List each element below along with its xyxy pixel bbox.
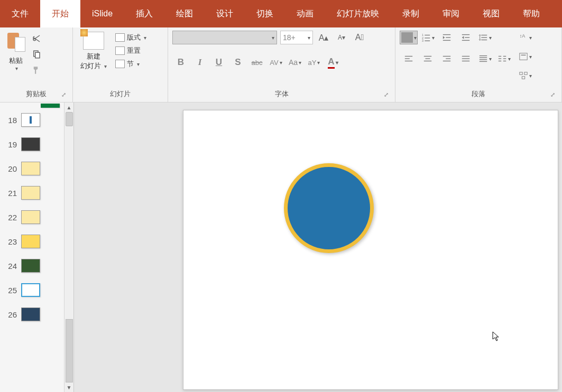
paste-button[interactable]: 粘贴 ▾	[4, 31, 27, 71]
align-text-button[interactable]: ▾	[516, 50, 534, 63]
tab-view[interactable]: 视图	[471, 0, 511, 27]
font-size-combo[interactable]: 18+ ▾	[280, 31, 313, 44]
section-label: 节	[127, 59, 134, 69]
scissors-icon	[32, 34, 41, 43]
justify-button[interactable]	[457, 52, 475, 66]
slide-canvas-area[interactable]	[74, 102, 562, 392]
chevron-down-icon: ▾	[137, 61, 140, 67]
char-spacing-button[interactable]: AV▾	[268, 55, 284, 70]
chevron-down-icon: ▾	[144, 35, 146, 41]
chevron-down-icon: ▾	[432, 35, 435, 41]
slide-thumb-25[interactable]	[21, 283, 40, 297]
thumb-number: 22	[3, 213, 17, 222]
tab-islide[interactable]: iSlide	[80, 0, 124, 27]
slide-thumb-19[interactable]	[21, 137, 40, 151]
slide-thumb-20[interactable]	[21, 162, 40, 175]
bold-button[interactable]: B	[172, 55, 189, 70]
tab-file[interactable]: 文件	[0, 0, 40, 27]
text-direction-button[interactable]: ↕A▾	[516, 31, 534, 44]
slide-canvas[interactable]	[183, 110, 558, 390]
columns-button[interactable]: ▾	[495, 52, 513, 66]
chevron-down-icon: ▾	[308, 35, 310, 41]
align-left-button[interactable]	[400, 52, 418, 66]
main-area: 18 19 20 21 22 23 24 25 26 ▲ ▼	[0, 102, 562, 392]
slide-thumb-18[interactable]	[21, 113, 40, 127]
slide-thumb-23[interactable]	[21, 235, 40, 248]
scroll-thumb[interactable]	[66, 112, 73, 126]
italic-button[interactable]: I	[191, 55, 208, 70]
columns-icon	[497, 54, 507, 63]
spacing-label: AV	[270, 59, 278, 67]
slide-thumb-21[interactable]	[21, 186, 40, 200]
indent-icon	[461, 33, 471, 42]
scroll-up-button[interactable]: ▲	[65, 102, 73, 112]
align-center-button[interactable]	[419, 52, 437, 66]
circle-shape[interactable]	[284, 163, 374, 253]
bullets-button[interactable]: ▾	[400, 31, 418, 44]
cut-button[interactable]	[31, 33, 42, 44]
font-family-combo[interactable]: ▾	[172, 31, 277, 44]
smartart-button[interactable]: ▾	[516, 69, 534, 82]
align-right-button[interactable]	[438, 52, 456, 66]
layout-icon	[115, 33, 125, 42]
chevron-down-icon: ▾	[529, 54, 532, 60]
format-painter-button[interactable]	[31, 64, 42, 76]
svg-rect-42	[519, 53, 527, 60]
new-slide-button[interactable]: 新建 幻灯片 ▾	[77, 31, 110, 71]
clear-format-button[interactable]: A⃠	[352, 31, 367, 44]
thumb-number: 18	[3, 116, 17, 125]
highlight-button[interactable]: aY▾	[306, 55, 323, 70]
underline-button[interactable]: U	[210, 55, 227, 70]
scroll-down-button[interactable]: ▼	[65, 382, 73, 392]
align-right-icon	[442, 54, 452, 63]
section-icon	[115, 60, 125, 68]
thumb-number: 20	[3, 164, 17, 173]
numbering-button[interactable]: 123▾	[419, 31, 437, 44]
svg-text:↕A: ↕A	[519, 33, 525, 39]
paste-label: 粘贴	[9, 56, 23, 66]
line-spacing-button[interactable]: ▾	[476, 31, 494, 44]
group-paragraph-label: 段落	[472, 90, 485, 98]
decrease-indent-button[interactable]	[438, 31, 456, 44]
tab-help[interactable]: 帮助	[511, 0, 551, 27]
group-clipboard: 粘贴 ▾ 剪贴板 ⤢	[0, 27, 73, 102]
decrease-font-icon: A▾	[338, 34, 345, 41]
decrease-font-button[interactable]: A▾	[334, 31, 349, 44]
slide-thumb-26[interactable]	[21, 307, 40, 321]
section-button[interactable]: 节 ▾	[113, 58, 149, 70]
tab-draw[interactable]: 绘图	[164, 0, 205, 27]
increase-indent-button[interactable]	[457, 31, 475, 44]
tab-review[interactable]: 审阅	[431, 0, 471, 27]
menu-bar: 文件 开始 iSlide 插入 绘图 设计 切换 动画 幻灯片放映 录制 审阅 …	[0, 0, 562, 27]
scroll-thumb-secondary[interactable]	[66, 319, 73, 382]
tab-transitions[interactable]: 切换	[245, 0, 285, 27]
slide-thumb-24[interactable]	[21, 259, 40, 273]
chevron-down-icon: ▾	[529, 35, 532, 41]
font-launcher[interactable]: ⤢	[382, 91, 390, 99]
clipboard-launcher[interactable]: ⤢	[60, 91, 67, 99]
copy-button[interactable]	[31, 49, 42, 60]
reset-button[interactable]: 重置	[113, 45, 149, 57]
group-font: ▾ 18+ ▾ A▴ A▾ A⃠ B I U S abc AV▾ Aa▾ aY▾…	[168, 27, 395, 102]
slide-thumb-22[interactable]	[21, 210, 40, 224]
strikethrough-button[interactable]: abc	[248, 55, 265, 70]
tab-record[interactable]: 录制	[391, 0, 431, 27]
tab-insert[interactable]: 插入	[124, 0, 164, 27]
tab-home[interactable]: 开始	[40, 0, 80, 27]
align-center-icon	[423, 54, 432, 63]
text-shadow-button[interactable]: S	[229, 55, 246, 70]
layout-button[interactable]: 版式 ▾	[113, 32, 149, 43]
paragraph-launcher[interactable]: ⤢	[549, 91, 556, 99]
new-slide-label-2: 幻灯片	[80, 62, 101, 70]
increase-font-button[interactable]: A▴	[316, 31, 331, 44]
tab-design[interactable]: 设计	[205, 0, 245, 27]
group-clipboard-label: 剪贴板	[26, 90, 47, 98]
slide-thumb-partial[interactable]	[41, 104, 60, 108]
tab-animations[interactable]: 动画	[285, 0, 325, 27]
smartart-icon	[519, 71, 528, 80]
distribute-button[interactable]: ▾	[476, 52, 494, 66]
font-color-button[interactable]: A▾	[325, 55, 342, 70]
case-label: Aa	[289, 58, 298, 67]
change-case-button[interactable]: Aa▾	[287, 55, 303, 70]
tab-slideshow[interactable]: 幻灯片放映	[325, 0, 391, 27]
